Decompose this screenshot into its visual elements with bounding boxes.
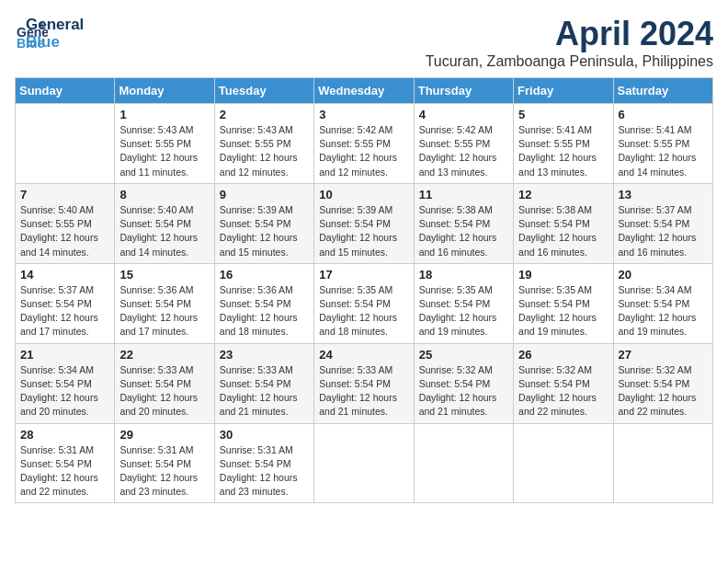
day-number: 4: [419, 108, 508, 121]
calendar-week-5: 28Sunrise: 5:31 AM Sunset: 5:54 PM Dayli…: [16, 423, 713, 503]
day-number: 16: [220, 268, 309, 282]
day-number: 11: [419, 188, 508, 201]
day-detail: Sunrise: 5:38 AM Sunset: 5:54 PM Dayligh…: [419, 203, 508, 259]
table-row: 18Sunrise: 5:35 AM Sunset: 5:54 PM Dayli…: [414, 263, 513, 343]
day-number: 6: [619, 108, 708, 121]
table-row: 22Sunrise: 5:33 AM Sunset: 5:54 PM Dayli…: [115, 343, 214, 423]
table-row: 2Sunrise: 5:43 AM Sunset: 5:55 PM Daylig…: [214, 104, 313, 184]
table-row: 15Sunrise: 5:36 AM Sunset: 5:54 PM Dayli…: [115, 263, 214, 343]
month-title: April 2024: [426, 15, 713, 53]
col-friday: Friday: [514, 78, 613, 104]
logo-general-text: General: [26, 17, 84, 34]
day-detail: Sunrise: 5:36 AM Sunset: 5:54 PM Dayligh…: [220, 283, 309, 339]
day-number: 29: [119, 428, 209, 442]
day-detail: Sunrise: 5:31 AM Sunset: 5:54 PM Dayligh…: [220, 443, 309, 500]
day-number: 3: [319, 108, 408, 121]
table-row: 25Sunrise: 5:32 AM Sunset: 5:54 PM Dayli…: [414, 343, 513, 423]
table-row: 5Sunrise: 5:41 AM Sunset: 5:55 PM Daylig…: [514, 104, 613, 184]
day-detail: Sunrise: 5:37 AM Sunset: 5:54 PM Dayligh…: [20, 283, 109, 339]
calendar-table: Sunday Monday Tuesday Wednesday Thursday…: [15, 77, 713, 503]
table-row: 12Sunrise: 5:38 AM Sunset: 5:54 PM Dayli…: [514, 183, 613, 263]
day-detail: Sunrise: 5:35 AM Sunset: 5:54 PM Dayligh…: [518, 283, 608, 339]
day-number: 20: [619, 268, 708, 282]
day-detail: Sunrise: 5:33 AM Sunset: 5:54 PM Dayligh…: [319, 363, 408, 419]
day-number: 24: [319, 348, 408, 362]
day-number: 7: [20, 188, 109, 201]
day-number: 12: [518, 188, 608, 201]
day-detail: Sunrise: 5:35 AM Sunset: 5:54 PM Dayligh…: [419, 283, 508, 339]
day-detail: Sunrise: 5:39 AM Sunset: 5:54 PM Dayligh…: [220, 203, 309, 259]
day-number: 19: [518, 268, 608, 282]
day-detail: Sunrise: 5:37 AM Sunset: 5:54 PM Dayligh…: [619, 203, 708, 259]
table-row: 23Sunrise: 5:33 AM Sunset: 5:54 PM Dayli…: [214, 343, 313, 423]
day-number: 18: [419, 268, 508, 282]
table-row: 17Sunrise: 5:35 AM Sunset: 5:54 PM Dayli…: [314, 263, 414, 343]
day-detail: Sunrise: 5:41 AM Sunset: 5:55 PM Dayligh…: [518, 123, 608, 179]
day-detail: Sunrise: 5:43 AM Sunset: 5:55 PM Dayligh…: [220, 123, 309, 179]
day-number: 1: [119, 108, 209, 121]
day-number: 23: [220, 348, 309, 362]
day-number: 9: [220, 188, 309, 201]
table-row: [314, 423, 414, 503]
table-row: 24Sunrise: 5:33 AM Sunset: 5:54 PM Dayli…: [314, 343, 414, 423]
day-detail: Sunrise: 5:31 AM Sunset: 5:54 PM Dayligh…: [20, 443, 109, 500]
day-number: 5: [518, 108, 608, 121]
table-row: 19Sunrise: 5:35 AM Sunset: 5:54 PM Dayli…: [514, 263, 613, 343]
day-detail: Sunrise: 5:34 AM Sunset: 5:54 PM Dayligh…: [619, 283, 708, 339]
day-detail: Sunrise: 5:34 AM Sunset: 5:54 PM Dayligh…: [20, 363, 109, 419]
day-number: 28: [20, 428, 109, 442]
calendar-week-3: 14Sunrise: 5:37 AM Sunset: 5:54 PM Dayli…: [16, 263, 713, 343]
day-detail: Sunrise: 5:42 AM Sunset: 5:55 PM Dayligh…: [419, 123, 508, 179]
table-row: [613, 423, 712, 503]
day-number: 27: [619, 348, 708, 362]
day-number: 26: [518, 348, 608, 362]
table-row: 8Sunrise: 5:40 AM Sunset: 5:54 PM Daylig…: [115, 183, 214, 263]
day-number: 17: [319, 268, 408, 282]
logo-blue-text: Blue: [26, 34, 84, 52]
day-number: 21: [20, 348, 109, 362]
day-detail: Sunrise: 5:38 AM Sunset: 5:54 PM Dayligh…: [518, 203, 608, 259]
col-wednesday: Wednesday: [314, 78, 414, 104]
col-monday: Monday: [115, 78, 214, 104]
day-number: 13: [619, 188, 708, 201]
day-number: 22: [119, 348, 209, 362]
table-row: 14Sunrise: 5:37 AM Sunset: 5:54 PM Dayli…: [16, 263, 115, 343]
table-row: 27Sunrise: 5:32 AM Sunset: 5:54 PM Dayli…: [613, 343, 712, 423]
col-thursday: Thursday: [414, 78, 513, 104]
day-detail: Sunrise: 5:32 AM Sunset: 5:54 PM Dayligh…: [419, 363, 508, 419]
calendar-week-1: 1Sunrise: 5:43 AM Sunset: 5:55 PM Daylig…: [16, 104, 713, 184]
day-detail: Sunrise: 5:40 AM Sunset: 5:55 PM Dayligh…: [20, 203, 109, 259]
table-row: [414, 423, 513, 503]
location-text: Tucuran, Zamboanga Peninsula, Philippine…: [426, 53, 713, 70]
day-detail: Sunrise: 5:33 AM Sunset: 5:54 PM Dayligh…: [119, 363, 209, 419]
day-number: 14: [20, 268, 109, 282]
table-row: 1Sunrise: 5:43 AM Sunset: 5:55 PM Daylig…: [115, 104, 214, 184]
day-detail: Sunrise: 5:32 AM Sunset: 5:54 PM Dayligh…: [619, 363, 708, 419]
table-row: 9Sunrise: 5:39 AM Sunset: 5:54 PM Daylig…: [214, 183, 313, 263]
page-header: General Blue General Blue April 2024 Tuc…: [15, 15, 713, 70]
day-detail: Sunrise: 5:31 AM Sunset: 5:54 PM Dayligh…: [119, 443, 209, 500]
calendar-week-2: 7Sunrise: 5:40 AM Sunset: 5:55 PM Daylig…: [16, 183, 713, 263]
table-row: 28Sunrise: 5:31 AM Sunset: 5:54 PM Dayli…: [16, 423, 115, 503]
day-detail: Sunrise: 5:36 AM Sunset: 5:54 PM Dayligh…: [119, 283, 209, 339]
col-tuesday: Tuesday: [214, 78, 313, 104]
table-row: 3Sunrise: 5:42 AM Sunset: 5:55 PM Daylig…: [314, 104, 414, 184]
day-number: 10: [319, 188, 408, 201]
title-block: April 2024 Tucuran, Zamboanga Peninsula,…: [426, 15, 713, 70]
day-number: 15: [119, 268, 209, 282]
day-detail: Sunrise: 5:39 AM Sunset: 5:54 PM Dayligh…: [319, 203, 408, 259]
day-detail: Sunrise: 5:42 AM Sunset: 5:55 PM Dayligh…: [319, 123, 408, 179]
table-row: 10Sunrise: 5:39 AM Sunset: 5:54 PM Dayli…: [314, 183, 414, 263]
day-number: 30: [220, 428, 309, 442]
day-number: 25: [419, 348, 508, 362]
calendar-week-4: 21Sunrise: 5:34 AM Sunset: 5:54 PM Dayli…: [16, 343, 713, 423]
table-row: 20Sunrise: 5:34 AM Sunset: 5:54 PM Dayli…: [613, 263, 712, 343]
col-saturday: Saturday: [613, 78, 712, 104]
table-row: 11Sunrise: 5:38 AM Sunset: 5:54 PM Dayli…: [414, 183, 513, 263]
table-row: 30Sunrise: 5:31 AM Sunset: 5:54 PM Dayli…: [214, 423, 313, 503]
col-sunday: Sunday: [16, 78, 115, 104]
table-row: 21Sunrise: 5:34 AM Sunset: 5:54 PM Dayli…: [16, 343, 115, 423]
table-row: 7Sunrise: 5:40 AM Sunset: 5:55 PM Daylig…: [16, 183, 115, 263]
day-detail: Sunrise: 5:41 AM Sunset: 5:55 PM Dayligh…: [619, 123, 708, 179]
day-detail: Sunrise: 5:40 AM Sunset: 5:54 PM Dayligh…: [119, 203, 209, 259]
